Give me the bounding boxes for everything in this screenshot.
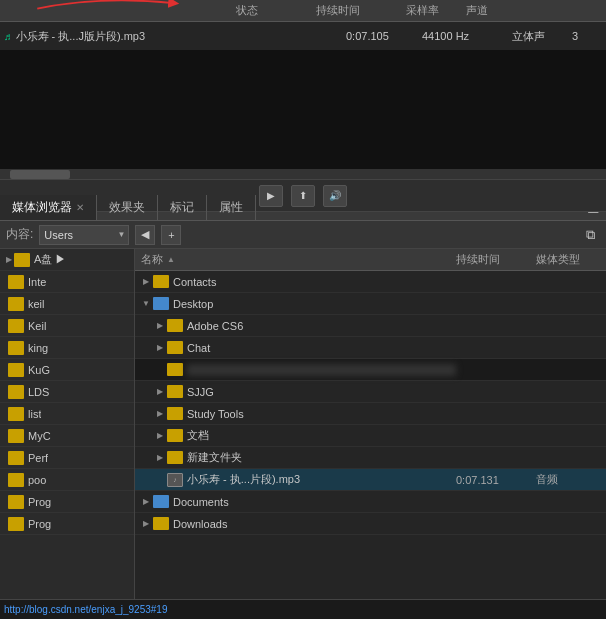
expand-icon[interactable]: ▶	[139, 497, 153, 506]
folder-icon	[167, 429, 183, 442]
expand-icon[interactable]: ▶	[139, 277, 153, 286]
folder-icon	[167, 363, 183, 376]
file-name: 新建文件夹	[187, 450, 456, 465]
folder-icon	[8, 407, 24, 421]
folder-icon	[8, 275, 24, 289]
audio-panel: 状态 持续时间 采样率 声道 ♬ 小乐寿 - 执...J版片段).mp3 0:0…	[0, 0, 606, 195]
export-button[interactable]: ⬆	[291, 185, 315, 207]
col-type-header: 媒体类型	[536, 252, 606, 267]
folder-icon	[8, 429, 24, 443]
tab-properties-label: 属性	[219, 199, 243, 216]
folder-icon	[8, 473, 24, 487]
file-type: 音频	[536, 472, 606, 487]
waveform-svg	[0, 50, 606, 169]
sidebar-label: LDS	[28, 386, 49, 398]
tab-media-browser[interactable]: 媒体浏览器 ✕	[0, 195, 97, 220]
file-name: 小乐寿 - 执...片段).mp3	[187, 472, 456, 487]
file-item-audio[interactable]: ♪ 小乐寿 - 执...片段).mp3 0:07.131 音频	[135, 469, 606, 491]
expand-icon[interactable]: ▶	[153, 387, 167, 396]
content-bar: 内容: Users Desktop Documents Downloads ◀ …	[0, 221, 606, 249]
tab-markers-label: 标记	[170, 199, 194, 216]
sidebar-item-kug[interactable]: KuG	[0, 359, 134, 381]
file-item-sjjg[interactable]: ▶ SJJG	[135, 381, 606, 403]
sidebar-label: Keil	[28, 320, 46, 332]
file-name: Study Tools	[187, 408, 456, 420]
sidebar-item-poo[interactable]: poo	[0, 469, 134, 491]
sidebar-label: Prog	[28, 496, 51, 508]
sidebar-label: keil	[28, 298, 45, 310]
sidebar-label: list	[28, 408, 41, 420]
file-item-downloads[interactable]: ▶ Downloads	[135, 513, 606, 535]
track-channel: 立体声	[512, 29, 572, 44]
content-select[interactable]: Users Desktop Documents Downloads	[39, 225, 129, 245]
expand-icon[interactable]: ▶	[139, 519, 153, 528]
tab-close-icon[interactable]: ✕	[76, 202, 84, 213]
sidebar-item-inte[interactable]: Inte	[0, 271, 134, 293]
nav-back-button[interactable]: ◀	[135, 225, 155, 245]
tab-properties[interactable]: 属性	[207, 195, 256, 220]
expand-icon[interactable]: ▼	[139, 299, 153, 308]
expand-icon[interactable]: ▶	[153, 409, 167, 418]
file-name: Adobe CS6	[187, 320, 456, 332]
nav-add-button[interactable]: +	[161, 225, 181, 245]
expand-icon[interactable]: ▶	[153, 453, 167, 462]
file-item-docs[interactable]: ▶ 文档	[135, 425, 606, 447]
file-name: Contacts	[173, 276, 456, 288]
track-samplerate: 44100 Hz	[422, 30, 512, 42]
folder-icon	[167, 385, 183, 398]
file-name: Documents	[173, 496, 456, 508]
folder-icon	[153, 275, 169, 288]
file-item-adobecs6[interactable]: ▶ Adobe CS6	[135, 315, 606, 337]
track-num: 3	[572, 30, 602, 42]
sidebar-item-king[interactable]: king	[0, 337, 134, 359]
sidebar-item-keil1[interactable]: keil	[0, 293, 134, 315]
folder-icon	[8, 297, 24, 311]
tab-effects[interactable]: 效果夹	[97, 195, 158, 220]
tab-markers[interactable]: 标记	[158, 195, 207, 220]
header-col-duration: 持续时间	[316, 3, 406, 18]
file-item-contacts[interactable]: ▶ Contacts	[135, 271, 606, 293]
sidebar-item-prog1[interactable]: Prog	[0, 491, 134, 513]
header-col-num	[526, 3, 556, 18]
expand-icon[interactable]: ▶	[153, 431, 167, 440]
expand-icon[interactable]: ▶	[153, 321, 167, 330]
file-item-desktop[interactable]: ▼ Desktop	[135, 293, 606, 315]
folder-icon	[167, 341, 183, 354]
sidebar-label: MyC	[28, 430, 51, 442]
header-col-channel: 声道	[466, 3, 526, 18]
file-name: Chat	[187, 342, 456, 354]
media-panel: 媒体浏览器 ✕ 效果夹 标记 属性 ☰ 内容: Users Desktop Do…	[0, 195, 606, 619]
folder-icon	[167, 319, 183, 332]
file-item-chat[interactable]: ▶ Chat	[135, 337, 606, 359]
audio-track-row[interactable]: ♬ 小乐寿 - 执...J版片段).mp3 0:07.105 44100 Hz …	[0, 22, 606, 50]
file-item-studytools[interactable]: ▶ Study Tools	[135, 403, 606, 425]
sidebar-item-adisk[interactable]: ▶ A盘 ▶	[0, 249, 134, 271]
main-content: ▶ A盘 ▶ Inte keil Keil k	[0, 249, 606, 599]
sidebar-label: poo	[28, 474, 46, 486]
waveform-area	[0, 50, 606, 170]
sidebar-label: Prog	[28, 518, 51, 530]
sidebar-item-list[interactable]: list	[0, 403, 134, 425]
header-col-status: 状态	[236, 3, 316, 18]
file-duration: 0:07.131	[456, 474, 536, 486]
sidebar-item-keil2[interactable]: Keil	[0, 315, 134, 337]
file-item-censored[interactable]: ████████████	[135, 359, 606, 381]
filter-button[interactable]: ⧉	[580, 225, 600, 245]
sidebar-item-perf[interactable]: Perf	[0, 447, 134, 469]
expand-icon[interactable]: ▶	[153, 343, 167, 352]
content-select-wrapper[interactable]: Users Desktop Documents Downloads	[39, 225, 129, 245]
volume-button[interactable]: 🔊	[323, 185, 347, 207]
play-button[interactable]: ▶	[259, 185, 283, 207]
folder-icon	[14, 253, 30, 267]
folder-icon	[8, 495, 24, 509]
file-name-censored: ████████████	[187, 364, 456, 376]
file-item-newfolder[interactable]: ▶ 新建文件夹	[135, 447, 606, 469]
folder-icon	[167, 407, 183, 420]
sidebar-item-lds[interactable]: LDS	[0, 381, 134, 403]
folder-icon	[8, 385, 24, 399]
sidebar-item-myc[interactable]: MyC	[0, 425, 134, 447]
file-item-documents[interactable]: ▶ Documents	[135, 491, 606, 513]
sidebar-item-prog2[interactable]: Prog	[0, 513, 134, 535]
folder-icon-blue	[153, 297, 169, 310]
audio-scrollbar[interactable]	[0, 170, 606, 180]
